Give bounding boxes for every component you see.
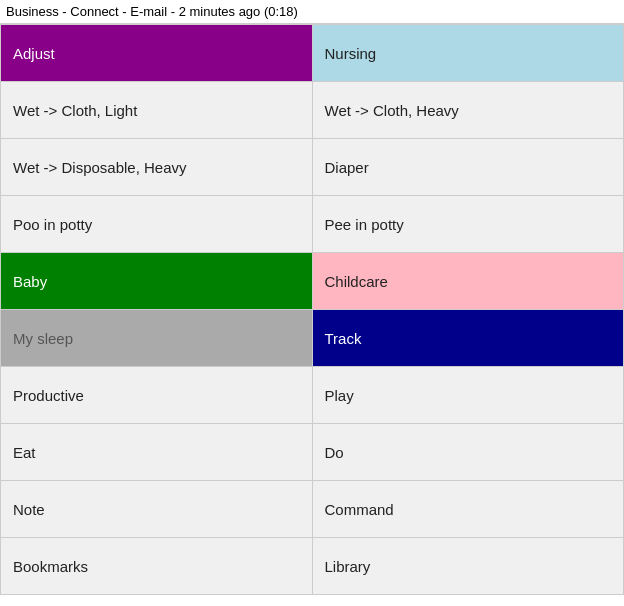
- cell-track[interactable]: Track: [313, 310, 625, 367]
- cell-adjust[interactable]: Adjust: [1, 25, 313, 82]
- cell-poo-in-potty[interactable]: Poo in potty: [1, 196, 313, 253]
- cell-wet-cloth-light[interactable]: Wet -> Cloth, Light: [1, 82, 313, 139]
- cell-do[interactable]: Do: [313, 424, 625, 481]
- cell-diaper[interactable]: Diaper: [313, 139, 625, 196]
- cell-play[interactable]: Play: [313, 367, 625, 424]
- cell-my-sleep[interactable]: My sleep: [1, 310, 313, 367]
- cell-library[interactable]: Library: [313, 538, 625, 595]
- cell-wet-cloth-heavy[interactable]: Wet -> Cloth, Heavy: [313, 82, 625, 139]
- cell-note[interactable]: Note: [1, 481, 313, 538]
- status-bar: Business - Connect - E-mail - 2 minutes …: [0, 0, 624, 24]
- main-grid: AdjustNursingWet -> Cloth, LightWet -> C…: [0, 24, 624, 595]
- cell-command[interactable]: Command: [313, 481, 625, 538]
- cell-wet-disp-heavy[interactable]: Wet -> Disposable, Heavy: [1, 139, 313, 196]
- cell-productive[interactable]: Productive: [1, 367, 313, 424]
- cell-bookmarks[interactable]: Bookmarks: [1, 538, 313, 595]
- cell-childcare[interactable]: Childcare: [313, 253, 625, 310]
- cell-nursing[interactable]: Nursing: [313, 25, 625, 82]
- cell-pee-in-potty[interactable]: Pee in potty: [313, 196, 625, 253]
- cell-baby[interactable]: Baby: [1, 253, 313, 310]
- cell-eat[interactable]: Eat: [1, 424, 313, 481]
